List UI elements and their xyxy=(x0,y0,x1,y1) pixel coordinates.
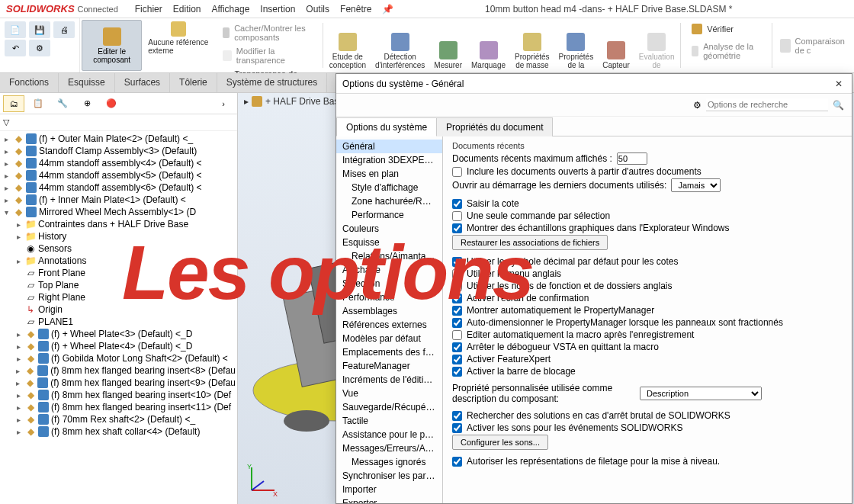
viewport-expand-icon[interactable]: ▸ xyxy=(244,96,249,107)
design-study-button[interactable]: Etude deconception xyxy=(325,18,371,72)
tree-item[interactable]: ▾◆Mirrored Wheel Mech Assembly<1> (D xyxy=(0,206,237,218)
configure-sounds-button[interactable]: Configurer les sons... xyxy=(452,435,548,450)
expand-icon[interactable]: ▸ xyxy=(14,342,23,351)
feature-tree[interactable]: ▸◆(f) + Outer Main Plate<2> (Default) <_… xyxy=(0,131,237,504)
modify-transparency[interactable]: Modifier la transparence xyxy=(217,44,318,67)
interference-button[interactable]: Détectiond'interférences xyxy=(371,18,429,72)
restore-associations-button[interactable]: Restaurer les associations de fichiers xyxy=(452,235,608,250)
expand-icon[interactable]: ▸ xyxy=(14,416,23,424)
tree-item[interactable]: ▸◆44mm standoff assembly<6> (Default) < xyxy=(0,181,237,194)
tab-sheetmetal[interactable]: Tôlerie xyxy=(170,73,217,92)
menu-file[interactable]: Fichier xyxy=(135,4,162,14)
tree-item[interactable]: ↳Origin xyxy=(0,303,237,316)
options-category-item[interactable]: Vue xyxy=(336,387,442,400)
tree-item[interactable]: ▸◆Standoff Clamp Assembly<3> (Default) xyxy=(0,145,237,157)
tree-item[interactable]: ▸◆(f) 8mm hex flanged bearing insert<8> … xyxy=(0,364,237,377)
option-checkbox[interactable] xyxy=(452,211,462,221)
markup-button[interactable]: Marquage xyxy=(467,18,510,72)
options-category-item[interactable]: Sélection xyxy=(336,277,442,291)
tab-document-props[interactable]: Propriétés du document xyxy=(436,117,553,136)
options-category-item[interactable]: Modèles par défaut xyxy=(336,332,442,345)
option-checkbox[interactable] xyxy=(452,269,462,279)
options-category-item[interactable]: FeatureManager xyxy=(336,359,442,373)
options-category-item[interactable]: Affichage xyxy=(336,263,442,277)
expand-icon[interactable]: ▸ xyxy=(14,355,23,363)
option-checkbox[interactable] xyxy=(452,355,462,364)
expand-tab[interactable]: › xyxy=(213,95,234,112)
tree-item[interactable]: ▸◆(f) 8mm hex flanged bearing insert<10>… xyxy=(0,389,237,401)
tree-item[interactable]: ▸◆(f) + Wheel Plate<4> (Default) <_D xyxy=(0,340,237,352)
options-category-item[interactable]: Assemblages xyxy=(336,304,442,318)
options-category-item[interactable]: Emplacements des fichiers xyxy=(336,345,442,359)
option-checkbox[interactable] xyxy=(452,294,462,303)
option-checkbox[interactable] xyxy=(452,423,462,433)
allow-thread-checkbox[interactable] xyxy=(452,457,462,467)
save-icon[interactable]: 💾 xyxy=(29,21,50,38)
options-category-item[interactable]: Sauvegarde/Récupération xyxy=(336,400,442,414)
property-tab[interactable]: 📋 xyxy=(27,95,49,112)
option-checkbox[interactable] xyxy=(452,318,462,328)
appearance-tab[interactable]: 🔴 xyxy=(101,95,122,112)
no-ext-ref-label[interactable]: Aucune référence externe xyxy=(148,38,209,55)
edit-component-button[interactable]: Editer le composant xyxy=(82,20,142,71)
tree-item[interactable]: ▸◆(f) 70mm Rex shaft<2> (Default) <_ xyxy=(0,413,237,425)
expand-icon[interactable]: ▸ xyxy=(14,379,23,387)
menu-pin[interactable]: 📌 xyxy=(382,4,393,14)
options-category-item[interactable]: Tactile xyxy=(336,414,442,428)
tree-item[interactable]: ▱PLANE1 xyxy=(0,316,237,328)
tree-item[interactable]: ▸◆(f) + Inner Main Plate<1> (Default) < xyxy=(0,194,237,206)
tree-item[interactable]: ▸◆(f) Gobilda Motor Long Shaft<2> (Defau… xyxy=(0,352,237,364)
tree-item[interactable]: ▸◆(f) + Wheel Plate<3> (Default) <_D xyxy=(0,328,237,340)
settings-icon[interactable]: ⚙ xyxy=(29,40,50,56)
filter-icon[interactable]: ▽ xyxy=(3,117,9,127)
tree-item[interactable]: ▸📁Annotations xyxy=(0,255,237,267)
display-tab[interactable]: ⊕ xyxy=(76,95,98,112)
options-category-item[interactable]: Intégration 3DEXPERIENCE xyxy=(336,153,442,167)
options-category-item[interactable]: Zone hachurée/Remplir xyxy=(336,194,442,208)
option-checkbox[interactable] xyxy=(452,367,462,377)
options-category-item[interactable]: Exporter xyxy=(336,496,442,503)
menu-view[interactable]: Affichage xyxy=(212,4,250,14)
expand-icon[interactable]: ▾ xyxy=(2,208,11,217)
menu-insert[interactable]: Insertion xyxy=(260,4,295,14)
section-props-button[interactable]: Propriétésde la xyxy=(554,18,599,72)
feature-tree-tab[interactable]: 🗂 xyxy=(3,95,24,112)
options-category-item[interactable]: Performance xyxy=(336,208,442,222)
options-category-item[interactable]: Esquisse xyxy=(336,236,442,249)
expand-icon[interactable]: ▸ xyxy=(2,196,11,204)
option-checkbox[interactable] xyxy=(452,330,462,340)
menu-edit[interactable]: Edition xyxy=(173,4,201,14)
options-category-item[interactable]: Messages ignorés xyxy=(336,455,442,469)
mass-props-button[interactable]: Propriétésde masse xyxy=(510,18,554,72)
expand-icon[interactable]: ▸ xyxy=(14,257,23,265)
expand-icon[interactable]: ▸ xyxy=(2,184,11,192)
tab-system-options[interactable]: Options du système xyxy=(336,117,437,136)
options-category-item[interactable]: Général xyxy=(336,140,442,153)
tree-item[interactable]: ▸◆(f) 8mm hex flanged bearing insert<9> … xyxy=(0,377,237,389)
tree-item[interactable]: ▱Top Plane xyxy=(0,279,237,291)
option-checkbox[interactable] xyxy=(452,281,462,291)
expand-icon[interactable]: ▸ xyxy=(2,159,11,168)
expand-icon[interactable]: ▸ xyxy=(2,135,11,143)
options-category-item[interactable]: Incréments de l'édition de co xyxy=(336,373,442,387)
expand-icon[interactable]: ▸ xyxy=(14,367,23,375)
geometry-analysis[interactable]: Analyse de la géométrie xyxy=(685,40,767,63)
tree-item[interactable]: ◉Sensors xyxy=(0,242,237,255)
sensor-button[interactable]: Capteur xyxy=(598,18,634,72)
config-tab[interactable]: 🔧 xyxy=(52,95,73,112)
options-category-item[interactable]: Mises en plan xyxy=(336,167,442,181)
tab-features[interactable]: Fonctions xyxy=(0,73,59,92)
expand-icon[interactable]: ▸ xyxy=(14,391,23,400)
tree-item[interactable]: ▱Right Plane xyxy=(0,291,237,303)
evaluation-button[interactable]: Evaluationde xyxy=(634,18,679,72)
search-icon[interactable]: 🔍 xyxy=(833,100,844,111)
viewport-root-name[interactable]: + HALF Drive Base xyxy=(265,96,344,107)
expand-icon[interactable]: ▸ xyxy=(14,330,23,339)
tab-structures[interactable]: Système de structures xyxy=(217,73,327,92)
option-checkbox[interactable] xyxy=(452,306,462,316)
close-icon[interactable]: ✕ xyxy=(832,77,846,91)
tab-sketch[interactable]: Esquisse xyxy=(59,73,115,92)
options-category-item[interactable]: Relations/Aimantation xyxy=(336,249,442,263)
option-checkbox[interactable] xyxy=(452,223,462,233)
options-search-input[interactable] xyxy=(706,98,828,111)
